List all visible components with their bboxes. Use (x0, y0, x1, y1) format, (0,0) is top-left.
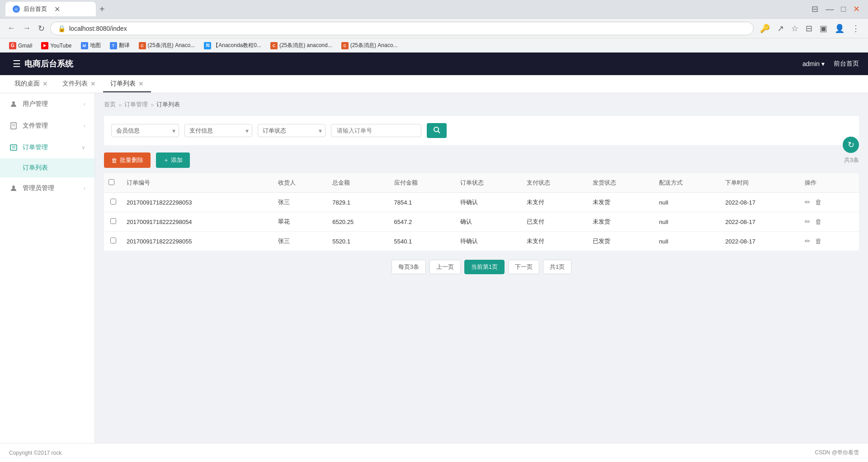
breadcrumb-home[interactable]: 首页 (104, 100, 116, 109)
translate-icon: T (110, 42, 117, 49)
member-select-wrapper: 会员信息 (111, 124, 179, 137)
share-icon[interactable]: ↗ (774, 22, 787, 35)
row-checkbox[interactable] (110, 218, 116, 224)
svg-point-7 (12, 186, 15, 188)
delete-icon[interactable]: 🗑 (815, 218, 822, 225)
sidebar-toggle-icon[interactable]: ▣ (817, 22, 830, 35)
header-order-id: 订单编号 (122, 173, 274, 193)
row-delivery: null (655, 193, 721, 212)
order-icon (9, 143, 18, 152)
row-checkbox[interactable] (110, 199, 116, 205)
row-ship-status: 未发货 (588, 212, 655, 232)
edit-icon[interactable]: ✏ (805, 198, 811, 206)
tabs-icon[interactable]: ⊟ (809, 4, 821, 14)
tab-order-list[interactable]: 订单列表 ✕ (103, 76, 151, 92)
payment-select[interactable]: 支付信息 (184, 124, 252, 137)
header-pay-status: 支付状态 (522, 173, 589, 193)
minimize-icon[interactable]: — (823, 5, 836, 14)
address-bar[interactable]: 🔒 localhost:8080/index (50, 22, 754, 35)
browser-tab-active[interactable]: ◎ 后台首页 ✕ (5, 2, 96, 16)
bookmark-gmail[interactable]: G Gmail (5, 41, 36, 50)
key-icon[interactable]: 🔑 (757, 22, 773, 35)
maps-icon: M (81, 42, 88, 49)
tab-label: 我的桌面 (14, 80, 40, 88)
delete-icon[interactable]: 🗑 (815, 198, 822, 206)
tab-file-list[interactable]: 文件列表 ✕ (55, 76, 103, 92)
row-pay-status: 未支付 (522, 232, 589, 251)
order-search-input[interactable] (331, 124, 421, 137)
tabs-ext-icon[interactable]: ⊟ (803, 22, 815, 35)
sub-label: 订单列表 (23, 164, 48, 172)
row-order-id: 20170091718222298055 (122, 232, 274, 251)
footer-copyright: Copyright ©2017 rock (9, 450, 61, 456)
tab-my-desktop[interactable]: 我的桌面 ✕ (7, 76, 55, 92)
add-button[interactable]: ＋ 添加 (156, 152, 190, 168)
bookmark-translate[interactable]: T 翻译 (106, 41, 133, 50)
browser-toolbar: ← → ↻ 🔒 localhost:8080/index 🔑 ↗ ☆ ⊟ ▣ 👤… (0, 18, 868, 38)
row-pay-status: 未支付 (522, 193, 589, 212)
header-delivery: 配送方式 (655, 173, 721, 193)
profile-icon[interactable]: 👤 (832, 22, 847, 35)
sidebar-item-file[interactable]: 文件管理 ‹ (0, 115, 94, 137)
close-tab-icon[interactable]: ✕ (54, 5, 60, 14)
app-header: ☰ 电商后台系统 admin ▾ 前台首页 (0, 52, 868, 75)
edit-icon[interactable]: ✏ (805, 237, 811, 245)
forward-button[interactable]: → (21, 22, 33, 35)
refresh-button[interactable]: ↻ (843, 137, 859, 153)
select-all-checkbox[interactable] (108, 179, 114, 185)
prev-page-button[interactable]: 上一页 (429, 260, 461, 274)
sidebar-sub-order-list[interactable]: 订单列表 (0, 158, 94, 177)
sidebar-item-user[interactable]: 用户管理 ‹ (0, 93, 94, 115)
row-checkbox[interactable] (110, 238, 116, 243)
header-actions: 操作 (800, 173, 859, 193)
menu-toggle-button[interactable]: ☰ (9, 55, 24, 73)
edit-icon[interactable]: ✏ (805, 218, 811, 225)
row-order-status: 待确认 (456, 232, 522, 251)
row-order-id: 20170091718222298054 (122, 212, 274, 232)
maximize-icon[interactable]: □ (838, 5, 849, 14)
toolbar-actions: 🔑 ↗ ☆ ⊟ ▣ 👤 ⋮ (757, 22, 863, 35)
current-page-button[interactable]: 当前第1页 (464, 260, 505, 274)
breadcrumb-parent[interactable]: 订单管理 (124, 100, 148, 109)
bookmark-anaconda2[interactable]: 知 【Anaconda教程0... (200, 41, 265, 50)
close-icon[interactable]: ✕ (850, 4, 863, 14)
sidebar-item-admin[interactable]: 管理员管理 ‹ (0, 177, 94, 199)
bookmark-anaconda3[interactable]: C (25条消息) anacond... (267, 41, 336, 50)
status-select[interactable]: 订单状态 (258, 124, 326, 137)
row-checkbox-cell (104, 212, 122, 232)
admin-dropdown[interactable]: admin ▾ (802, 60, 825, 67)
pagination: 每页3条 上一页 当前第1页 下一页 共1页 (104, 260, 859, 274)
front-page-link[interactable]: 前台首页 (834, 60, 859, 68)
reload-button[interactable]: ↻ (36, 22, 47, 35)
tab-close-icon[interactable]: ✕ (90, 80, 96, 87)
batch-delete-button[interactable]: 🗑 批量删除 (104, 152, 151, 168)
search-bar: 会员信息 支付信息 订单状态 (104, 116, 859, 145)
header-ship-status: 发货状态 (588, 173, 655, 193)
menu-icon[interactable]: ⋮ (849, 22, 863, 35)
bookmark-anaconda4[interactable]: C (25条消息) Anaco... (338, 41, 401, 50)
bookmark-anaconda1[interactable]: C (25条消息) Anaco... (135, 41, 199, 50)
row-payable: 5540.1 (390, 232, 456, 251)
sidebar-item-order[interactable]: 订单管理 ∨ (0, 137, 94, 158)
sidebar-label: 用户管理 (23, 100, 84, 108)
search-button[interactable] (427, 123, 447, 138)
total-count: 共3条 (844, 156, 859, 164)
bookmark-youtube[interactable]: ▶ YouTube (38, 41, 75, 50)
c-icon-3: C (341, 42, 349, 49)
delete-icon[interactable]: 🗑 (815, 237, 822, 245)
c-icon-1: C (139, 42, 146, 49)
next-page-button[interactable]: 下一页 (508, 260, 539, 274)
header-checkbox-cell (104, 173, 122, 193)
total-pages-button[interactable]: 共1页 (543, 260, 571, 274)
back-button[interactable]: ← (5, 22, 17, 35)
star-icon[interactable]: ☆ (788, 22, 801, 35)
row-actions: ✏ 🗑 (800, 232, 859, 251)
member-select[interactable]: 会员信息 (111, 124, 179, 137)
row-payable: 7854.1 (390, 193, 456, 212)
bookmark-maps[interactable]: M 地图 (77, 41, 104, 50)
new-tab-button[interactable]: + (96, 4, 108, 14)
sidebar-label: 文件管理 (23, 122, 84, 130)
per-page-button[interactable]: 每页3条 (392, 260, 426, 274)
tab-close-icon[interactable]: ✕ (138, 80, 144, 87)
tab-close-icon[interactable]: ✕ (42, 80, 48, 87)
